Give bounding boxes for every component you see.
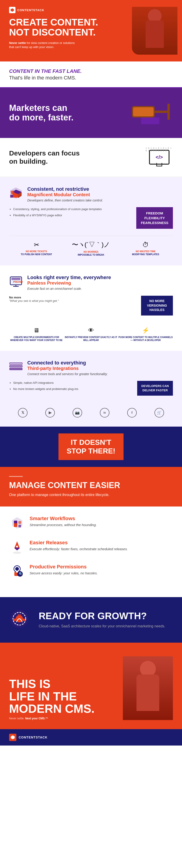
time-graphic: ⏱ <box>118 241 173 249</box>
previewing-content: No more "What you see is what you might … <box>9 296 173 315</box>
worries-label: No worriesimpossible to break <box>64 250 118 256</box>
preview-icon-preview: 👁 Instantly preview content exactly as i… <box>64 327 118 342</box>
workflows-icon <box>9 516 25 531</box>
feature-workflows: Smarter Workflows Streamline processes, … <box>9 516 173 531</box>
tickets-label: No more ticketsto publish new content <box>9 250 64 256</box>
svg-rect-14 <box>11 278 21 280</box>
svg-rect-18 <box>9 363 22 365</box>
time-label: No wasted timemodifying templates <box>118 250 173 256</box>
consistent-icon <box>9 186 23 200</box>
preview-icons-row: 🖥 Create multiple environments for where… <box>9 322 173 342</box>
svg-rect-4 <box>168 104 170 120</box>
freedom-box: FREEDOM FLEXIBILITY FEARLESSNESS <box>136 207 173 229</box>
final-tagline: Never settle. Next your CMS.™ <box>9 717 95 720</box>
ready-section: READY FOR GROWTH? Cloud-native, SaaS arc… <box>0 597 182 643</box>
final-hero-section: THIS IS LIFE IN THE MODERN CMS. Never se… <box>0 643 182 729</box>
releases-desc: Execute effortlessly: faster fixes, orch… <box>30 547 128 551</box>
preview-icon-push: ⚡ Push more content to multiple channels… <box>118 327 173 342</box>
svg-marker-44 <box>11 735 15 739</box>
manage-title: MANAGE CONTENT EASIER <box>9 480 173 490</box>
twitter-icon[interactable]: 𝕏 <box>18 408 28 417</box>
footer: CONTENTSTACK <box>0 729 182 746</box>
integrations-desc: Connect more tools and services for grea… <box>27 372 108 376</box>
consistent-main-title: Consistent, not restrictive <box>27 186 103 192</box>
workflows-title: Smarter Workflows <box>30 516 97 522</box>
icon-tickets: ✂ No more ticketsto publish new content <box>9 241 64 256</box>
consistent-icons-row: ✂ No more ticketsto publish new content … <box>9 236 173 256</box>
svg-point-32 <box>16 546 18 548</box>
final-person <box>123 656 173 720</box>
hero-subtitle: Never settle for slow content creation o… <box>9 41 78 49</box>
svg-rect-11 <box>10 195 13 197</box>
linkedin-icon[interactable]: in <box>100 408 110 417</box>
previewing-title-block: Looks right every time, everywhere Painl… <box>27 275 111 291</box>
svg-marker-0 <box>10 8 14 12</box>
section-header-integrations: Connected to everything Third-party Inte… <box>9 360 173 376</box>
preview-icon-environments: 🖥 Create multiple environments for where… <box>9 327 64 342</box>
manage-section: MANAGE CONTENT EASIER One platform to ma… <box>0 467 182 506</box>
svg-point-34 <box>15 567 19 571</box>
feature-permissions: 🔍 Productive Permissions Secure access e… <box>9 564 173 580</box>
tickets-graphic: ✂ <box>9 241 64 249</box>
logo-text: CONTENTSTACK <box>17 8 44 12</box>
dev-faster-box: DEVELOPERS CAN DELIVER FASTER <box>137 381 173 395</box>
youtube-icon[interactable]: ▶ <box>45 408 55 417</box>
svg-rect-5 <box>141 118 159 124</box>
integrations-section: Connected to everything Third-party Inte… <box>0 351 182 427</box>
integrations-icon <box>9 360 23 374</box>
hero-image <box>123 7 173 55</box>
dev-icon-container: </> 1 0 1 0 1 0 1 0 1 0 1 0 1 1 0 0 1 1 … <box>146 147 173 167</box>
binary-display: 1 0 1 0 1 0 1 0 1 0 1 0 1 1 0 0 1 1 1 0 <box>146 147 173 152</box>
social-icons-row: 𝕏 ▶ 📷 in f 🛒 <box>9 402 173 417</box>
push-label: Push more content to multiple channels —… <box>118 336 173 342</box>
orange-line <box>9 476 23 477</box>
integrations-main-title: Connected to everything <box>27 360 108 366</box>
marketers-image <box>127 97 173 129</box>
svg-rect-2 <box>133 107 154 116</box>
developers-section: Developers can focus on building. </> 1 … <box>0 138 182 177</box>
fast-lane-section: CONTENT IN THE FAST LANE. That's life in… <box>0 61 182 88</box>
previewing-sub-title: Painless Previewing <box>27 280 111 286</box>
fast-lane-title: CONTENT IN THE FAST LANE. <box>9 68 173 75</box>
consistent-content: Consistency, styling, and professionalis… <box>9 207 173 229</box>
manage-desc: One platform to manage content throughou… <box>9 492 173 497</box>
svg-point-42 <box>13 619 16 621</box>
section-header-consistent: Consistent, not restrictive Magnificent … <box>9 186 173 203</box>
ready-title: READY FOR GROWTH? <box>39 611 165 621</box>
permissions-icon: 🔍 <box>9 564 25 580</box>
cart-icon[interactable]: 🛒 <box>154 408 164 417</box>
integrations-content: Simple, native-API integrations No more … <box>9 381 173 395</box>
svg-rect-27 <box>19 521 21 524</box>
ready-text: READY FOR GROWTH? Cloud-native, SaaS arc… <box>39 611 165 629</box>
previewing-icon: PREVIEW <box>9 275 23 288</box>
permissions-desc: Secure access easily: your rules, no has… <box>30 571 98 576</box>
integrations-sub-title: Third-party Integrations <box>27 366 108 371</box>
consistent-section: Consistent, not restrictive Magnificent … <box>0 177 182 266</box>
svg-rect-26 <box>14 521 17 523</box>
environments-graphic: 🖥 <box>9 327 64 334</box>
consistent-desc: Developers define, then content creators… <box>27 198 103 203</box>
final-content: THIS IS LIFE IN THE MODERN CMS. Never se… <box>9 678 95 720</box>
bullet-1: Consistency, styling, and professionalis… <box>13 207 132 211</box>
push-graphic: ⚡ <box>118 327 173 334</box>
hero-person <box>132 7 177 55</box>
features-section: Smarter Workflows Streamline processes, … <box>0 506 182 597</box>
stop-box: IT DOESN'T STOP THERE! <box>58 433 124 460</box>
instagram-icon[interactable]: 📷 <box>72 408 82 417</box>
logo-icon <box>9 7 16 13</box>
svg-rect-28 <box>19 525 21 527</box>
svg-point-29 <box>13 552 21 554</box>
marketers-text: Marketers can do more, faster. <box>9 103 127 122</box>
svg-rect-3 <box>155 111 169 113</box>
developers-text: Developers can focus on building. <box>9 149 146 165</box>
preview-eye-label: Instantly preview content exactly as it … <box>64 336 118 342</box>
releases-text: Easier Releases Execute effortlessly: fa… <box>30 540 128 551</box>
facebook-icon[interactable]: f <box>127 408 137 417</box>
worries-graphic: 〜ヽ(´▽｀)ノ <box>64 240 118 249</box>
releases-title: Easier Releases <box>30 540 128 546</box>
section-header-previewing: PREVIEW Looks right every time, everywhe… <box>9 275 173 291</box>
workflows-text: Smarter Workflows Streamline processes, … <box>30 516 97 527</box>
icon-time: ⏱ No wasted timemodifying templates <box>118 241 173 256</box>
fast-lane-subtitle: That's life in the modern CMS. <box>9 75 173 81</box>
int-bullet-1: Simple, native-API integrations <box>13 381 133 385</box>
